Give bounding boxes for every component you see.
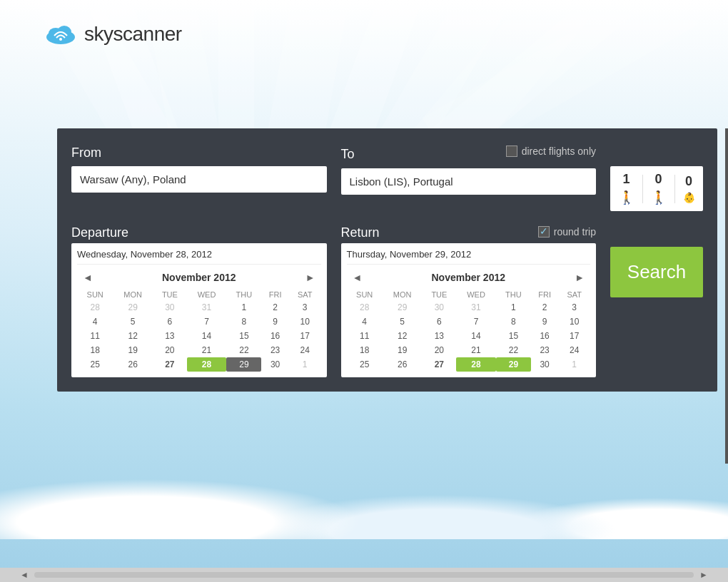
calendar-day[interactable]: 29 <box>496 357 531 372</box>
calendar-day[interactable]: 19 <box>113 343 153 357</box>
ret-col-sun: SUN <box>347 289 383 300</box>
calendar-day[interactable]: 4 <box>347 315 383 329</box>
calendar-day[interactable]: 8 <box>496 315 531 329</box>
table-row: 11121314151617 <box>347 329 591 343</box>
calendar-day[interactable]: 1 <box>226 300 261 315</box>
calendar-day[interactable]: 29 <box>226 357 261 372</box>
passengers-box: 1 🚶 0 🚶 0 👶 <box>610 166 703 211</box>
calendar-day[interactable]: 1 <box>558 357 590 372</box>
calendar-day[interactable]: 26 <box>113 357 153 372</box>
calendar-day[interactable]: 4 <box>77 315 113 329</box>
calendar-day[interactable]: 23 <box>261 343 288 357</box>
calendar-day[interactable]: 14 <box>187 329 227 343</box>
round-trip-option[interactable]: round trip <box>538 226 596 238</box>
calendar-day[interactable]: 31 <box>456 300 496 315</box>
calendar-day[interactable]: 11 <box>347 329 383 343</box>
search-button[interactable]: Search <box>610 247 703 297</box>
round-trip-label-text: round trip <box>554 226 596 238</box>
calendar-day[interactable]: 7 <box>456 315 496 329</box>
calendar-day[interactable]: 1 <box>496 300 531 315</box>
calendar-day[interactable]: 25 <box>347 357 383 372</box>
calendar-day[interactable]: 3 <box>289 300 321 315</box>
calendar-day[interactable]: 24 <box>558 343 590 357</box>
calendar-day[interactable]: 3 <box>558 300 590 315</box>
return-next-month[interactable]: ► <box>570 270 589 285</box>
svg-point-3 <box>59 38 62 41</box>
calendar-day[interactable]: 22 <box>226 343 261 357</box>
calendar-day[interactable]: 9 <box>261 315 288 329</box>
calendar-day[interactable]: 16 <box>531 329 558 343</box>
calendar-day[interactable]: 12 <box>113 329 153 343</box>
calendar-day[interactable]: 27 <box>153 357 187 372</box>
calendar-day[interactable]: 5 <box>383 315 423 329</box>
calendar-day[interactable]: 7 <box>187 315 227 329</box>
scrollbar[interactable]: ◄ ► <box>0 568 728 582</box>
calendar-day[interactable]: 18 <box>77 343 113 357</box>
calendar-day[interactable]: 21 <box>187 343 227 357</box>
departure-prev-month[interactable]: ◄ <box>79 270 97 285</box>
calendar-day[interactable]: 30 <box>423 300 457 315</box>
calendar-day[interactable]: 2 <box>531 300 558 315</box>
calendar-day[interactable]: 28 <box>77 300 113 315</box>
calendar-day[interactable]: 25 <box>77 357 113 372</box>
calendar-day[interactable]: 15 <box>496 329 531 343</box>
calendar-day[interactable]: 29 <box>113 300 153 315</box>
calendar-day[interactable]: 15 <box>226 329 261 343</box>
calendar-day[interactable]: 20 <box>153 343 187 357</box>
scrollbar-track[interactable] <box>34 572 694 578</box>
calendar-day[interactable]: 31 <box>187 300 227 315</box>
calendar-day[interactable]: 28 <box>456 357 496 372</box>
children-group: 0 🚶 <box>651 172 667 205</box>
return-prev-month[interactable]: ◄ <box>348 270 367 285</box>
calendar-day[interactable]: 21 <box>456 343 496 357</box>
to-input[interactable] <box>341 168 597 195</box>
calendar-day[interactable]: 28 <box>347 300 383 315</box>
calendar-day[interactable]: 12 <box>383 329 423 343</box>
calendar-day[interactable]: 30 <box>261 357 288 372</box>
departure-date-display[interactable]: Wednesday, November 28, 2012 <box>77 249 321 265</box>
calendar-day[interactable]: 13 <box>153 329 187 343</box>
main-search-panel: From To direct flights only P 1 🚶 <box>57 128 717 392</box>
calendar-day[interactable]: 18 <box>347 343 383 357</box>
direct-flights-option[interactable]: direct flights only <box>506 146 596 157</box>
departure-next-month[interactable]: ► <box>301 270 320 285</box>
calendar-day[interactable]: 17 <box>558 329 590 343</box>
calendar-day[interactable]: 2 <box>261 300 288 315</box>
calendar-day[interactable]: 5 <box>113 315 153 329</box>
calendar-day[interactable]: 13 <box>423 329 457 343</box>
calendar-day[interactable]: 22 <box>496 343 531 357</box>
calendar-day[interactable]: 24 <box>289 343 321 357</box>
calendar-day[interactable]: 30 <box>531 357 558 372</box>
calendar-day[interactable]: 10 <box>558 315 590 329</box>
calendar-day[interactable]: 6 <box>153 315 187 329</box>
from-input[interactable] <box>71 166 327 193</box>
calendar-day[interactable]: 19 <box>383 343 423 357</box>
ret-col-mon: MON <box>383 289 423 300</box>
scroll-left-arrow[interactable]: ◄ <box>14 570 34 580</box>
calendar-day[interactable]: 29 <box>383 300 423 315</box>
calendar-day[interactable]: 17 <box>289 329 321 343</box>
calendar-day[interactable]: 1 <box>289 357 321 372</box>
calendar-day[interactable]: 9 <box>531 315 558 329</box>
calendar-day[interactable]: 26 <box>383 357 423 372</box>
return-date-display[interactable]: Thursday, November 29, 2012 <box>347 249 591 265</box>
round-trip-checkbox[interactable] <box>538 226 550 238</box>
calendar-day[interactable]: 27 <box>423 357 457 372</box>
calendar-day[interactable]: 8 <box>226 315 261 329</box>
table-row: 2526272829301 <box>77 357 321 372</box>
calendar-day[interactable]: 28 <box>187 357 227 372</box>
table-row: 2526272829301 <box>347 357 591 372</box>
logo-area: skyscanner <box>43 21 182 46</box>
calendar-day[interactable]: 30 <box>153 300 187 315</box>
calendar-day[interactable]: 11 <box>77 329 113 343</box>
direct-flights-checkbox[interactable] <box>506 146 517 157</box>
calendar-day[interactable]: 6 <box>423 315 457 329</box>
calendar-day[interactable]: 16 <box>261 329 288 343</box>
calendar-day[interactable]: 14 <box>456 329 496 343</box>
scroll-right-arrow[interactable]: ► <box>694 570 714 580</box>
calendar-day[interactable]: 23 <box>531 343 558 357</box>
return-section: Return round trip Thursday, November 29,… <box>341 225 597 377</box>
calendar-day[interactable]: 10 <box>289 315 321 329</box>
adult-icon: 🚶 <box>619 190 635 205</box>
calendar-day[interactable]: 20 <box>423 343 457 357</box>
